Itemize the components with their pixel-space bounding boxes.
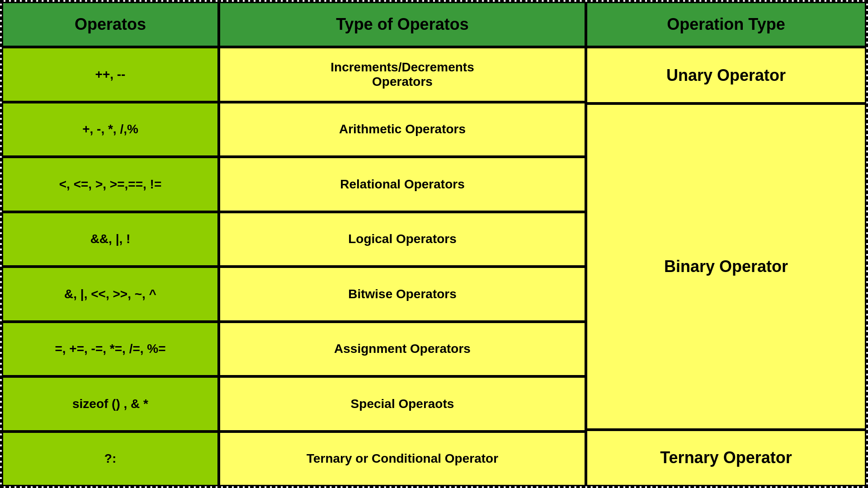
- left-row-5: &, |, <<, >>, ~, ^: [2, 267, 219, 322]
- header-col3-text: Operation Type: [667, 15, 785, 34]
- middle-col: Increments/Decrements Operators Arithmet…: [219, 47, 586, 486]
- op-symbols-3: <, <=, >, >=,==, !=: [59, 177, 162, 192]
- table-body: ++, -- +, -, *, /,% <, <=, >, >=,==, != …: [2, 47, 866, 486]
- header-col1: Operatos: [2, 2, 219, 47]
- middle-row-5: Bitwise Operators: [219, 267, 586, 322]
- op-symbols-6: =, +=, -=, *=, /=, %=: [55, 342, 165, 356]
- op-type-3: Relational Operators: [340, 177, 464, 192]
- middle-row-4: Logical Operators: [219, 212, 586, 267]
- left-row-8: ?:: [2, 432, 219, 487]
- ternary-operator-cell: Ternary Operator: [586, 430, 866, 486]
- op-symbols-1: ++, --: [95, 67, 126, 82]
- right-col: Unary Operator Binary Operator Ternary O…: [586, 47, 866, 486]
- op-symbols-5: &, |, <<, >>, ~, ^: [64, 287, 156, 301]
- binary-op-label: Binary Operator: [664, 257, 788, 276]
- op-type-8: Ternary or Conditional Operator: [307, 451, 498, 466]
- left-row-2: +, -, *, /,%: [2, 102, 219, 157]
- op-symbols-2: +, -, *, /,%: [82, 122, 138, 136]
- op-type-7: Special Operaots: [351, 397, 454, 411]
- middle-row-6: Assignment Operators: [219, 322, 586, 377]
- table-header: Operatos Type of Operatos Operation Type: [2, 2, 866, 47]
- op-type-1: Increments/Decrements Operators: [330, 60, 474, 89]
- left-row-1: ++, --: [2, 47, 219, 102]
- op-symbols-4: &&, |, !: [90, 232, 131, 246]
- unary-operator-cell: Unary Operator: [586, 47, 866, 103]
- left-col: ++, -- +, -, *, /,% <, <=, >, >=,==, != …: [2, 47, 219, 486]
- middle-row-3: Relational Operators: [219, 157, 586, 212]
- middle-row-8: Ternary or Conditional Operator: [219, 432, 586, 487]
- header-col1-text: Operatos: [75, 15, 146, 34]
- header-col3: Operation Type: [586, 2, 866, 47]
- unary-op-label: Unary Operator: [666, 66, 786, 85]
- op-type-4: Logical Operators: [348, 232, 457, 246]
- header-col2: Type of Operatos: [219, 2, 586, 47]
- op-type-5: Bitwise Operators: [348, 287, 457, 301]
- op-type-6: Assignment Operators: [334, 342, 471, 356]
- middle-row-2: Arithmetic Operators: [219, 102, 586, 157]
- main-table: Operatos Type of Operatos Operation Type…: [0, 0, 868, 488]
- left-row-3: <, <=, >, >=,==, !=: [2, 157, 219, 212]
- op-symbols-8: ?:: [104, 451, 116, 466]
- left-row-6: =, +=, -=, *=, /=, %=: [2, 322, 219, 377]
- middle-row-1: Increments/Decrements Operators: [219, 47, 586, 102]
- left-row-4: &&, |, !: [2, 212, 219, 267]
- op-type-2: Arithmetic Operators: [339, 122, 466, 136]
- middle-row-7: Special Operaots: [219, 376, 586, 432]
- left-row-7: sizeof () , & *: [2, 376, 219, 432]
- ternary-op-label: Ternary Operator: [660, 448, 792, 467]
- header-col2-text: Type of Operatos: [336, 15, 468, 34]
- op-symbols-7: sizeof () , & *: [72, 397, 148, 411]
- binary-operator-cell: Binary Operator: [586, 103, 866, 430]
